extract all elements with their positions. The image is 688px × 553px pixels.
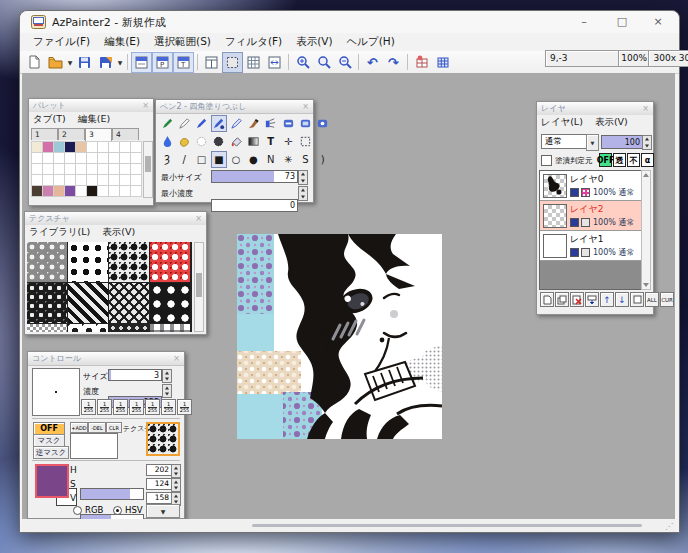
layer-opaque-button[interactable]: 不 <box>627 153 640 167</box>
rect-outline-tool[interactable]: □ <box>194 151 210 168</box>
texture-tile[interactable] <box>27 242 67 282</box>
layer0-texture-icon[interactable] <box>581 188 590 197</box>
palette-tab-1[interactable]: 1 <box>31 128 58 140</box>
menu-view[interactable]: 表示(V) <box>289 34 339 50</box>
pencil-tool[interactable] <box>176 115 192 132</box>
density-preset-button[interactable]: 1255 <box>97 399 112 415</box>
palette-color-cell[interactable] <box>76 175 87 186</box>
resize-grip[interactable]: ⋰ <box>665 522 673 531</box>
palette-color-cell[interactable] <box>65 142 76 153</box>
palette-tab-3[interactable]: 3 <box>85 128 112 141</box>
burst-tool[interactable]: ✳ <box>280 151 296 168</box>
brush-tool[interactable] <box>245 115 261 132</box>
layer2-option-icon[interactable] <box>581 218 590 227</box>
layer-menu-view[interactable]: 表示(V) <box>595 116 628 129</box>
canvas-window-button[interactable] <box>201 52 222 73</box>
circle-fill-tool[interactable]: ● <box>245 151 261 168</box>
palette-color-cell[interactable] <box>43 164 54 175</box>
spline-tool[interactable]: S <box>297 151 313 168</box>
palette-color-cell[interactable] <box>87 153 98 164</box>
control-texture-thumbnail[interactable] <box>146 422 180 456</box>
close-button[interactable]: × <box>641 11 675 33</box>
palette-color-cell[interactable] <box>131 164 142 175</box>
density-preset-button[interactable]: 1255 <box>81 399 96 415</box>
palette-color-cell[interactable] <box>109 186 120 197</box>
palette-color-cell[interactable] <box>65 175 76 186</box>
texture-scrollbar[interactable] <box>194 242 204 332</box>
palette-color-cell[interactable] <box>65 164 76 175</box>
palette-color-cell[interactable] <box>120 164 131 175</box>
palette-color-cell[interactable] <box>120 186 131 197</box>
show-all-layers-button[interactable]: ALL <box>645 292 659 307</box>
palette-color-cell[interactable] <box>43 142 54 153</box>
palette-color-cell[interactable] <box>87 164 98 175</box>
color-mode-dropdown[interactable]: ▼ <box>146 504 180 518</box>
hue-slider[interactable] <box>80 488 144 500</box>
palette-color-cell[interactable] <box>54 142 65 153</box>
min-size-spinner[interactable] <box>298 170 308 185</box>
blend-mode-select[interactable]: 通常 <box>541 134 588 149</box>
palette-color-cell[interactable] <box>98 175 109 186</box>
reverse-mask-button[interactable]: 逆マスク <box>33 446 69 459</box>
menu-filter[interactable]: フィルタ(F) <box>218 34 289 50</box>
polyline-tool[interactable]: N <box>263 151 279 168</box>
palette-menu-edit[interactable]: 編集(E) <box>78 113 110 126</box>
palette-color-cell[interactable] <box>98 153 109 164</box>
layer-options-button[interactable] <box>630 292 644 307</box>
layer-scrollbar[interactable] <box>641 170 651 290</box>
palette-color-cell[interactable] <box>120 153 131 164</box>
mask-clr-button[interactable]: CLR <box>106 422 122 433</box>
canvas[interactable] <box>237 234 442 439</box>
horizontal-scrollbar[interactable] <box>252 524 642 527</box>
pen-green-tool[interactable] <box>159 115 175 132</box>
palette-color-cell[interactable] <box>131 142 142 153</box>
texture-menu-library[interactable]: ライブラリ(L) <box>29 226 90 239</box>
line-shape-tool[interactable]: / <box>176 151 192 168</box>
palette-scrollbar[interactable] <box>143 141 153 198</box>
palette-color-cell[interactable] <box>109 164 120 175</box>
layer2-color-icon[interactable] <box>570 218 579 227</box>
size-spinner[interactable] <box>162 369 172 383</box>
pen3-tool[interactable] <box>228 115 244 132</box>
fit-window-button[interactable] <box>264 52 285 73</box>
palette-color-cell[interactable] <box>131 153 142 164</box>
texture-tile-selected[interactable] <box>150 242 190 282</box>
rgb-radio[interactable]: RGB <box>73 505 103 515</box>
palette-color-cell[interactable] <box>43 153 54 164</box>
texture-tile[interactable] <box>109 324 149 332</box>
palette-tab-4[interactable]: 4 <box>112 128 139 140</box>
grid-settings-button[interactable] <box>411 52 432 73</box>
layer-menu-layer[interactable]: レイヤ(L) <box>541 116 583 129</box>
rect-fill-tool-selected[interactable]: ■ <box>211 151 227 168</box>
texture-tile[interactable] <box>150 283 190 323</box>
palette-color-cell[interactable] <box>98 142 109 153</box>
texture-tile[interactable] <box>109 283 149 323</box>
saturation-spinner[interactable] <box>171 478 181 492</box>
texture-tile[interactable] <box>150 324 190 332</box>
palette-color-cell[interactable] <box>76 142 87 153</box>
new-layer-button[interactable] <box>540 292 554 307</box>
main-color-swatch[interactable] <box>35 464 69 498</box>
fill-tool[interactable] <box>228 133 244 150</box>
palette-color-cell[interactable] <box>87 186 98 197</box>
pen2-tool-selected[interactable] <box>211 115 227 132</box>
dodge-tool[interactable] <box>194 133 210 150</box>
pen-panel-titlebar[interactable]: ペン2 - 四角塗りつぶし <box>156 100 313 114</box>
layer-close-icon[interactable]: × <box>640 103 651 114</box>
density-spinner[interactable] <box>162 384 172 398</box>
palette-color-cell[interactable] <box>120 142 131 153</box>
mask-color-list[interactable] <box>70 433 118 459</box>
texture-panel-titlebar[interactable]: テクスチャ <box>25 212 206 226</box>
stamp-tool-2[interactable] <box>297 115 313 132</box>
palette-color-cell[interactable] <box>43 186 54 197</box>
hsv-radio[interactable]: HSV <box>113 505 143 515</box>
palette-color-cell[interactable] <box>32 186 43 197</box>
layer1-option-icon[interactable] <box>581 248 590 257</box>
palette-color-cell[interactable] <box>32 175 43 186</box>
circle-outline-tool[interactable]: ○ <box>228 151 244 168</box>
move-layer-down-button[interactable]: ↓ <box>615 292 629 307</box>
palette-color-cell[interactable] <box>76 186 87 197</box>
texture-tile[interactable] <box>109 242 149 282</box>
texture-menu-view[interactable]: 表示(V) <box>102 226 135 239</box>
mask-add-button[interactable]: +ADD <box>70 422 88 433</box>
